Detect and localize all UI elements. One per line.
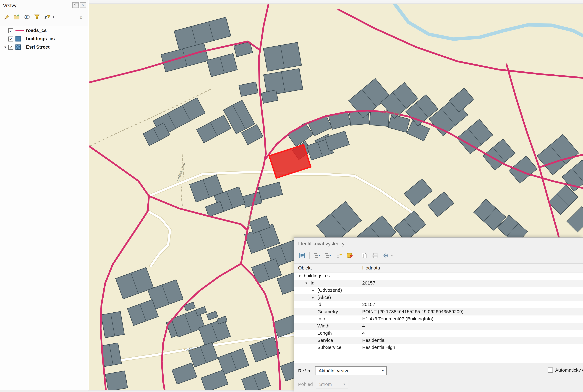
building-polygon [388, 114, 410, 132]
result-field-value: 20157 [362, 280, 376, 287]
identify-settings-button[interactable]: ▼ [381, 251, 394, 260]
layer-visibility-checkbox[interactable]: ✓ [8, 28, 13, 33]
building-polygon [457, 119, 493, 154]
funnel-icon [33, 13, 41, 21]
tree-expand-icon[interactable]: ▶ [312, 294, 314, 301]
layer-expander-icon[interactable]: ▼ [2, 46, 8, 49]
layer-visibility-checkbox[interactable]: ✓ [8, 45, 13, 50]
open-form-button[interactable] [298, 251, 307, 260]
tree-expand-icon[interactable]: ▶ [312, 287, 314, 294]
copy-icon [361, 252, 368, 259]
clear-results-icon [346, 252, 354, 259]
float-panel-button[interactable] [72, 2, 79, 8]
filter-legend-button[interactable] [33, 13, 41, 21]
building-polygon [105, 371, 128, 391]
chevron-down-icon: ▼ [382, 367, 384, 375]
result-row-geometry[interactable]: GeometryPOINT (20.1738464155265 49.06269… [294, 308, 583, 316]
building-polygon [189, 342, 218, 367]
auto-open-form-label: Automaticky ot [555, 368, 583, 373]
building-polygon [196, 306, 207, 316]
filter-by-expression-button[interactable]: ε [43, 13, 51, 21]
layer-visibility-checkbox[interactable]: ✓ [8, 36, 13, 41]
building-polygon [264, 42, 302, 71]
layer-label[interactable]: Esri Street [26, 44, 50, 50]
view-label: Pohled [298, 382, 313, 387]
layer-symbol[interactable] [16, 30, 26, 31]
building-polygon [207, 54, 237, 77]
result-row-id[interactable]: ▼Id20157 [294, 280, 583, 287]
view-select[interactable]: Strom ▼ [316, 380, 348, 389]
mode-label: Režim [298, 368, 312, 374]
layer-item-roads-cs[interactable]: ✓roads_cs [0, 26, 88, 35]
result-row-buildings-cs[interactable]: ▼buildings_cs [294, 272, 583, 280]
svg-text:ε: ε [44, 14, 47, 20]
tree-collapse-icon[interactable]: ▼ [298, 272, 301, 280]
identify-toolbar: ▼ [294, 250, 583, 261]
result-field-value: ResidentialHigh [362, 344, 395, 351]
result-field-name: buildings_cs [304, 272, 330, 280]
building-polygon [261, 90, 278, 104]
result-field-name: Id [310, 280, 314, 287]
layer-label[interactable]: buildings_cs [26, 36, 55, 42]
copy-feature-button[interactable] [360, 251, 370, 260]
close-panel-button[interactable]: × [80, 2, 86, 8]
collapse-tree-icon [324, 252, 332, 259]
results-tree: ▼buildings_cs▼Id20157▶(Odvozené)▶(Akce)I… [294, 272, 583, 351]
collapse-tree-button[interactable] [323, 251, 333, 260]
building-polygon [197, 115, 231, 143]
float-panel-icon [74, 4, 77, 7]
result-row--akce-[interactable]: ▶(Akce) [294, 294, 583, 301]
map-top-scrollbar[interactable] [89, 0, 583, 4]
column-header-objekt[interactable]: Objekt [294, 264, 359, 272]
layers-panel: Vrstvy × [0, 0, 88, 390]
layers-toolbar: ε ▼ » [0, 11, 88, 22]
street-label: Lešná Sud [176, 162, 186, 182]
expand-new-results-button[interactable] [334, 251, 344, 260]
building-polygon [258, 182, 283, 200]
column-header-hodnota[interactable]: Hodnota [359, 264, 583, 272]
building-polygon [172, 363, 197, 384]
result-row-service[interactable]: ServiceResidential [294, 337, 583, 344]
add-group-button[interactable] [12, 13, 21, 21]
result-field-name: Service [317, 337, 333, 344]
result-field-value: 20157 [362, 301, 376, 308]
view-select-value: Strom [319, 382, 332, 387]
result-row-length[interactable]: Length4 [294, 330, 583, 337]
esri-road-casing [148, 211, 170, 266]
result-field-value: H1 4x3 Tenement07 (BuildingInfo) [362, 316, 433, 322]
paintbrush-icon [3, 13, 10, 21]
chevron-down-icon[interactable]: ▼ [52, 16, 54, 18]
print-results-button[interactable] [370, 251, 380, 260]
identify-results-table: Objekt Hodnota ▼buildings_cs▼Id20157▶(Od… [294, 263, 583, 363]
result-row-id[interactable]: Id20157 [294, 301, 583, 308]
mode-select-value: Aktuální vrstva [319, 368, 350, 374]
results-table-header: Objekt Hodnota [294, 264, 583, 272]
building-polygon [128, 300, 158, 326]
result-row-width[interactable]: Width4 [294, 322, 583, 330]
layer-symbol[interactable] [16, 36, 26, 42]
eye-icon [23, 13, 30, 21]
result-field-name: Width [317, 322, 329, 330]
layer-symbol[interactable] [16, 44, 26, 50]
layer-label[interactable]: roads_cs [26, 28, 47, 33]
layer-item-esri-street[interactable]: ▼✓Esri Street [0, 43, 88, 51]
result-field-value: 4 [362, 330, 365, 337]
fill-symbol-icon [16, 36, 21, 42]
manage-map-themes-button[interactable] [22, 13, 31, 21]
open-layer-styling-button[interactable] [2, 13, 10, 21]
mode-select[interactable]: Aktuální vrstva ▼ [315, 366, 387, 376]
toolbar-overflow-button[interactable]: » [80, 14, 86, 20]
tree-collapse-icon[interactable]: ▼ [305, 280, 308, 287]
result-row-info[interactable]: InfoH1 4x3 Tenement07 (BuildingInfo) [294, 316, 583, 322]
result-field-value: POINT (20.1738464155265 49.0626943589209… [362, 308, 464, 316]
expand-tree-button[interactable] [312, 251, 322, 260]
close-icon: × [82, 3, 84, 7]
layer-item-buildings-cs[interactable]: ✓buildings_cs [0, 35, 88, 43]
line-symbol-icon [16, 30, 24, 31]
auto-open-form-checkbox[interactable] [548, 368, 553, 373]
building-polygon [567, 206, 583, 232]
result-row--odvozen-[interactable]: ▶(Odvozené) [294, 287, 583, 294]
clear-results-button[interactable] [345, 251, 355, 260]
building-polygon [239, 82, 258, 96]
result-row-subservice[interactable]: SubServiceResidentialHigh [294, 344, 583, 351]
